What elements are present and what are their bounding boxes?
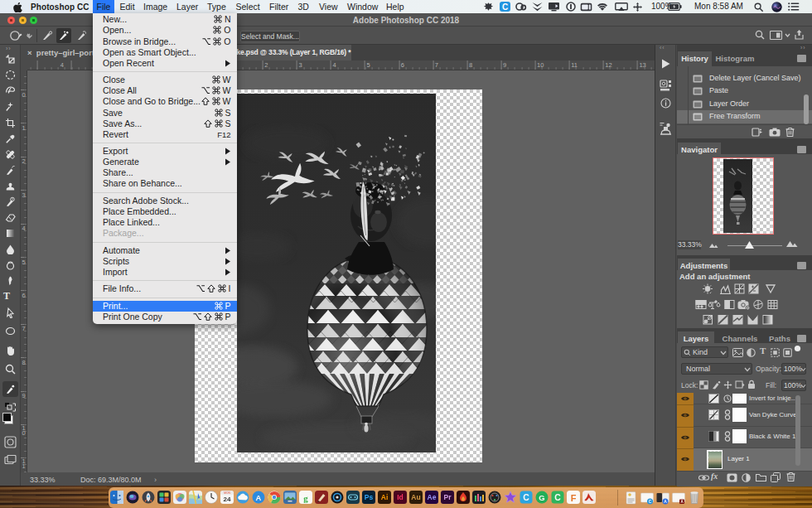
svg-text:C: C [502, 2, 508, 12]
svg-text:F: F [571, 493, 577, 503]
svg-text:A: A [664, 499, 667, 504]
svg-text:C: C [554, 492, 561, 502]
svg-text:A: A [256, 493, 262, 502]
svg-text:24: 24 [224, 496, 231, 503]
svg-text:G: G [539, 493, 544, 502]
svg-text:C: C [649, 499, 652, 504]
svg-text:MON: MON [224, 491, 230, 495]
svg-text:g: g [303, 493, 308, 503]
svg-text:C: C [523, 492, 529, 502]
